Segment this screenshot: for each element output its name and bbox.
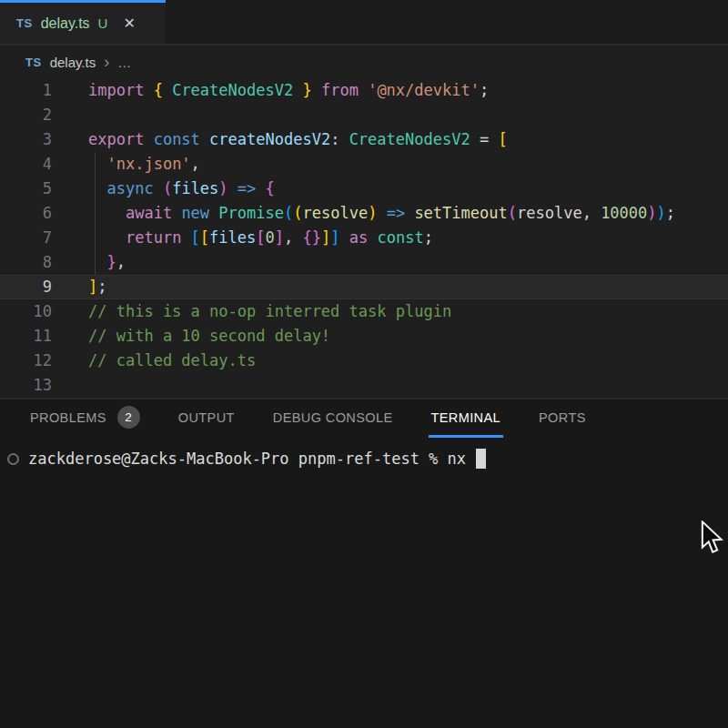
panel-tab-problems[interactable]: PROBLEMS2 xyxy=(27,399,143,438)
code-line[interactable]: 12// called delay.ts xyxy=(0,349,728,373)
terminal-view[interactable]: zackderose@Zacks-MacBook-Pro pnpm-ref-te… xyxy=(0,438,728,470)
chevron-right-icon: › xyxy=(104,54,109,70)
panel-tab-output[interactable]: OUTPUT xyxy=(176,399,238,438)
code-text: await new Promise((resolve) => setTimeou… xyxy=(52,201,675,226)
panel-tab-terminal[interactable]: TERMINAL xyxy=(429,399,504,438)
code-line[interactable]: 8 }, xyxy=(0,250,728,275)
code-token: } xyxy=(293,81,311,99)
code-token: , xyxy=(582,204,601,222)
problems-count-badge: 2 xyxy=(117,406,140,429)
code-token: 10000 xyxy=(601,204,647,222)
code-token: ] xyxy=(321,228,330,247)
code-token: [ xyxy=(256,228,265,247)
code-token: ( xyxy=(163,179,172,197)
code-token: ( xyxy=(284,204,293,222)
code-text: return [[files[0], {}]] as const; xyxy=(52,226,433,250)
line-number: 1 xyxy=(0,78,52,103)
git-status-badge: U xyxy=(98,15,108,31)
code-token xyxy=(228,179,238,197)
line-number: 10 xyxy=(0,299,52,324)
code-token: // this is a no-op interred task plugin xyxy=(88,302,451,320)
code-line[interactable]: 7 return [[files[0], {}]] as const; xyxy=(0,226,728,250)
line-number: 5 xyxy=(0,177,52,201)
code-text: }, xyxy=(52,250,126,275)
code-token xyxy=(88,179,106,197)
code-token: : xyxy=(330,130,349,148)
code-token: createNodesV2 xyxy=(209,130,330,148)
editor-tab-bar: TS delay.ts U ✕ xyxy=(0,0,728,46)
terminal-command-decoration-icon xyxy=(7,453,19,465)
line-number: 9 xyxy=(0,275,52,299)
panel-tab-label: TERMINAL xyxy=(431,410,501,425)
panel-tab-ports[interactable]: PORTS xyxy=(536,399,589,438)
line-number: 7 xyxy=(0,226,52,250)
code-line[interactable]: 13 xyxy=(0,373,728,398)
code-token: { xyxy=(154,81,172,99)
code-token: CreateNodesV2 xyxy=(172,81,293,99)
code-token: resolve xyxy=(517,204,582,222)
code-token: const xyxy=(154,130,209,148)
vscode-window: TS delay.ts U ✕ TS delay.ts › … 1import … xyxy=(0,0,728,728)
code-token: // with a 10 second delay! xyxy=(88,327,330,345)
code-token: async xyxy=(106,179,162,197)
code-token xyxy=(368,228,377,247)
code-line[interactable]: 2 xyxy=(0,103,728,127)
code-text: async (files) => { xyxy=(52,177,275,201)
code-line[interactable]: 4 'nx.json', xyxy=(0,152,728,177)
tab-delay-ts[interactable]: TS delay.ts U ✕ xyxy=(0,0,166,44)
code-token: ) xyxy=(368,204,377,222)
code-token: ; xyxy=(97,278,106,296)
code-token: Promise xyxy=(218,204,284,222)
code-token: [ xyxy=(200,228,209,247)
code-token xyxy=(88,228,126,247)
code-token: import xyxy=(88,81,154,99)
code-token xyxy=(88,253,106,271)
code-token: => xyxy=(387,204,405,222)
code-token: ] xyxy=(275,228,284,247)
code-token xyxy=(88,204,126,222)
code-token xyxy=(312,81,321,99)
code-token: 'nx.json' xyxy=(106,155,190,173)
code-token: ( xyxy=(508,204,517,222)
code-token: ; xyxy=(666,204,675,222)
code-line[interactable]: 1import { CreateNodesV2 } from '@nx/devk… xyxy=(0,78,728,103)
code-text xyxy=(52,373,88,398)
panel-tab-debug-console[interactable]: DEBUG CONSOLE xyxy=(270,399,396,438)
code-token: resolve xyxy=(302,204,368,222)
code-line[interactable]: 3export const createNodesV2: CreateNodes… xyxy=(0,127,728,152)
code-token: , xyxy=(284,228,302,247)
close-icon[interactable]: ✕ xyxy=(123,15,135,32)
code-text: import { CreateNodesV2 } from '@nx/devki… xyxy=(52,78,489,103)
code-token: ( xyxy=(293,204,302,222)
tab-filename: delay.ts xyxy=(41,15,90,32)
code-token: as xyxy=(349,228,368,247)
panel-tab-label: DEBUG CONSOLE xyxy=(273,410,393,425)
code-token: {} xyxy=(303,228,321,247)
terminal-command-line[interactable]: zackderose@Zacks-MacBook-Pro pnpm-ref-te… xyxy=(7,447,728,470)
code-token: new xyxy=(181,204,218,222)
code-line[interactable]: 5 async (files) => { xyxy=(0,177,728,201)
code-line[interactable]: 11// with a 10 second delay! xyxy=(0,324,728,349)
code-token: '@nx/devkit' xyxy=(368,81,480,99)
code-token: CreateNodesV2 xyxy=(349,130,470,148)
code-text: // called delay.ts xyxy=(52,349,256,373)
code-lines: 1import { CreateNodesV2 } from '@nx/devk… xyxy=(0,78,728,398)
breadcrumb-item-symbol[interactable]: … xyxy=(117,55,132,70)
breadcrumb-item-file[interactable]: delay.ts xyxy=(50,55,96,70)
code-token xyxy=(256,179,265,197)
code-token: = xyxy=(470,130,499,148)
code-text: 'nx.json', xyxy=(52,152,200,177)
panel-tab-label: PROBLEMS xyxy=(30,410,106,425)
code-text: ]; xyxy=(52,275,107,299)
panel-tabs: PROBLEMS2OUTPUTDEBUG CONSOLETERMINALPORT… xyxy=(0,399,728,438)
code-token: await xyxy=(126,204,181,222)
code-token: export xyxy=(88,130,154,148)
terminal-prompt: zackderose@Zacks-MacBook-Pro pnpm-ref-te… xyxy=(28,450,475,468)
code-line[interactable]: 10// this is a no-op interred task plugi… xyxy=(0,299,728,324)
code-token: from xyxy=(321,81,359,99)
code-line[interactable]: 9]; xyxy=(0,275,728,299)
code-line[interactable]: 6 await new Promise((resolve) => setTime… xyxy=(0,201,728,226)
code-token: 0 xyxy=(266,228,275,247)
code-token: return xyxy=(126,228,191,247)
code-editor[interactable]: 1import { CreateNodesV2 } from '@nx/devk… xyxy=(0,78,728,398)
